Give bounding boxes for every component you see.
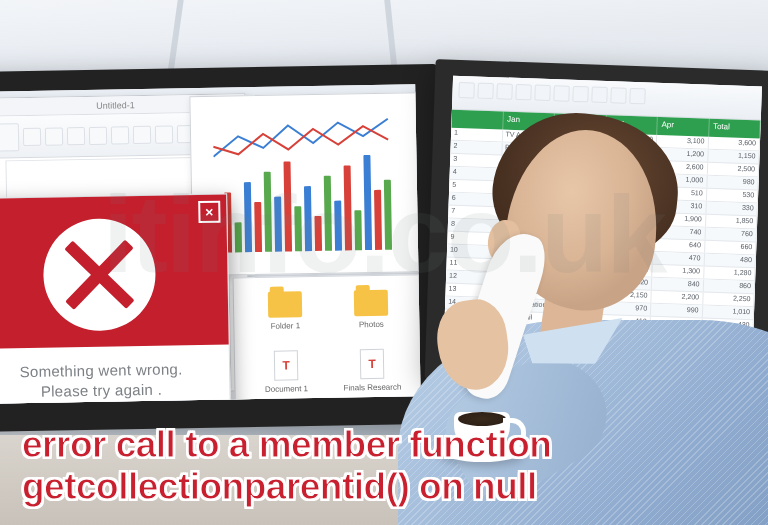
- close-icon[interactable]: ×: [198, 201, 220, 223]
- headline-line-2: getcollectionparentid() on null: [22, 466, 537, 507]
- document-label: Document 1: [265, 384, 308, 394]
- bold-button[interactable]: [23, 127, 41, 145]
- error-dialog: × Something went wrong. Please try again…: [0, 194, 232, 404]
- error-body: Something went wrong. Please try again .…: [0, 345, 231, 404]
- underline-button[interactable]: [67, 126, 85, 144]
- error-icon-circle: [42, 218, 156, 332]
- headline-text: error call to a member function getcolle…: [22, 424, 746, 507]
- font-color-button[interactable]: [89, 126, 107, 144]
- error-x-icon: [64, 239, 135, 310]
- folder-icon: [268, 291, 302, 318]
- italic-button[interactable]: [45, 127, 63, 145]
- align-center-button[interactable]: [133, 125, 151, 143]
- headline-line-1: error call to a member function: [22, 424, 551, 465]
- error-line-1: Something went wrong.: [19, 360, 182, 380]
- align-left-button[interactable]: [111, 126, 129, 144]
- paste-button[interactable]: [0, 123, 19, 151]
- left-screen: Untitled-1 Page 1 of 1: [0, 84, 421, 404]
- error-header: ×: [0, 195, 229, 349]
- document-item[interactable]: Document 1: [249, 350, 324, 402]
- document-icon: [274, 350, 299, 380]
- error-message: Something went wrong. Please try again .: [0, 359, 220, 404]
- folder-item[interactable]: Folder 1: [248, 291, 323, 339]
- bullets-button[interactable]: [155, 125, 173, 143]
- error-line-2: Please try again .: [41, 381, 163, 400]
- folder-label: Folder 1: [271, 321, 301, 331]
